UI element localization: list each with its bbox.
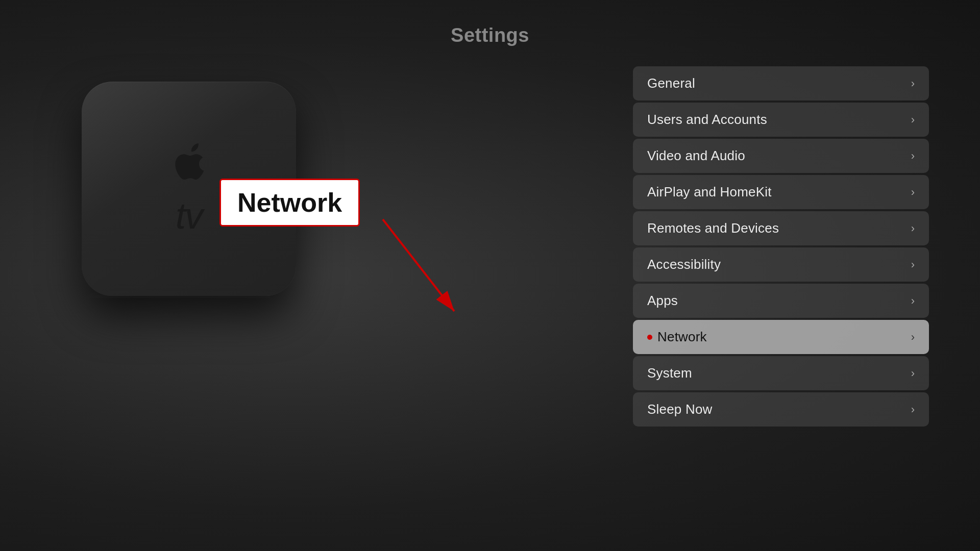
annotation-container: Network (219, 179, 360, 227)
settings-item-users-and-accounts[interactable]: Users and Accounts› (633, 103, 929, 137)
active-dot (647, 335, 652, 340)
settings-item-network[interactable]: Network› (633, 320, 929, 354)
item-label-airplay-and-homekit: AirPlay and HomeKit (647, 184, 772, 200)
item-label-video-and-audio: Video and Audio (647, 148, 745, 164)
chevron-icon: › (911, 331, 915, 344)
settings-item-video-and-audio[interactable]: Video and Audio› (633, 139, 929, 173)
settings-item-system[interactable]: System› (633, 356, 929, 390)
settings-item-accessibility[interactable]: Accessibility› (633, 247, 929, 282)
chevron-icon: › (911, 113, 915, 127)
annotation-arrow (301, 219, 546, 332)
chevron-icon: › (911, 403, 915, 416)
chevron-icon: › (911, 222, 915, 235)
settings-menu: General›Users and Accounts›Video and Aud… (633, 66, 929, 427)
settings-item-general[interactable]: General› (633, 66, 929, 101)
item-label-apps: Apps (647, 293, 678, 309)
device-reflection (87, 289, 271, 298)
settings-item-remotes-and-devices[interactable]: Remotes and Devices› (633, 211, 929, 245)
item-label-system: System (647, 365, 692, 381)
page-title: Settings (0, 24, 980, 46)
item-label-accessibility: Accessibility (647, 257, 721, 272)
settings-item-airplay-and-homekit[interactable]: AirPlay and HomeKit› (633, 175, 929, 209)
chevron-icon: › (911, 367, 915, 380)
chevron-icon: › (911, 186, 915, 199)
chevron-icon: › (911, 258, 915, 271)
tv-label: tv (176, 195, 202, 237)
item-label-network: Network (657, 329, 707, 345)
chevron-icon: › (911, 77, 915, 90)
chevron-icon: › (911, 294, 915, 308)
settings-item-sleep-now[interactable]: Sleep Now› (633, 392, 929, 427)
item-label-general: General (647, 76, 695, 91)
chevron-icon: › (911, 149, 915, 163)
svg-line-1 (383, 219, 454, 311)
item-label-users-and-accounts: Users and Accounts (647, 112, 767, 128)
item-label-sleep-now: Sleep Now (647, 402, 713, 417)
apple-logo-icon (166, 141, 212, 187)
settings-item-apps[interactable]: Apps› (633, 284, 929, 318)
item-label-remotes-and-devices: Remotes and Devices (647, 220, 779, 236)
